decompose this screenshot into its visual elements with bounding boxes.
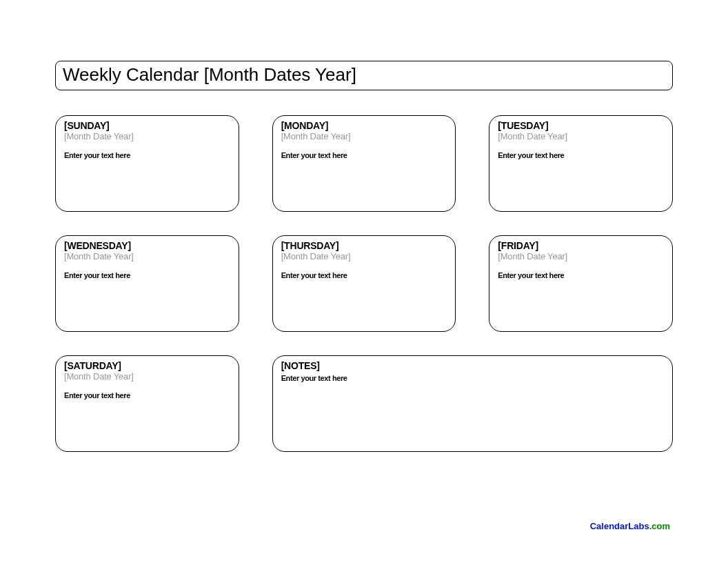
day-text[interactable]: Enter your text here bbox=[64, 151, 230, 159]
page-title-bar: Weekly Calendar [Month Dates Year] bbox=[55, 61, 673, 90]
day-card-wednesday[interactable]: [WEDNESDAY] [Month Date Year] Enter your… bbox=[55, 235, 239, 332]
page-title: Weekly Calendar [Month Dates Year] bbox=[63, 64, 356, 85]
footer-credit[interactable]: CalendarLabs.com bbox=[590, 521, 670, 531]
day-card-sunday[interactable]: [SUNDAY] [Month Date Year] Enter your te… bbox=[55, 115, 239, 212]
day-date: [Month Date Year] bbox=[281, 131, 447, 141]
day-text[interactable]: Enter your text here bbox=[64, 271, 230, 279]
day-date: [Month Date Year] bbox=[498, 131, 664, 141]
day-name: [MONDAY] bbox=[281, 120, 447, 131]
day-card-monday[interactable]: [MONDAY] [Month Date Year] Enter your te… bbox=[272, 115, 456, 212]
day-date: [Month Date Year] bbox=[64, 131, 230, 141]
day-text[interactable]: Enter your text here bbox=[498, 151, 664, 159]
day-card-thursday[interactable]: [THURSDAY] [Month Date Year] Enter your … bbox=[272, 235, 456, 332]
day-text[interactable]: Enter your text here bbox=[498, 271, 664, 279]
day-date: [Month Date Year] bbox=[281, 251, 447, 261]
calendar-grid: [SUNDAY] [Month Date Year] Enter your te… bbox=[55, 115, 673, 452]
day-name: [SATURDAY] bbox=[64, 360, 230, 371]
day-name: [THURSDAY] bbox=[281, 240, 447, 251]
day-text[interactable]: Enter your text here bbox=[281, 151, 447, 159]
footer-brand: CalendarLabs bbox=[590, 521, 649, 531]
notes-title: [NOTES] bbox=[281, 360, 664, 371]
day-text[interactable]: Enter your text here bbox=[64, 391, 230, 399]
day-date: [Month Date Year] bbox=[64, 371, 230, 382]
footer-suffix: .com bbox=[649, 521, 670, 531]
notes-text[interactable]: Enter your text here bbox=[281, 374, 664, 382]
day-card-saturday[interactable]: [SATURDAY] [Month Date Year] Enter your … bbox=[55, 355, 239, 452]
day-name: [TUESDAY] bbox=[498, 120, 664, 131]
notes-card[interactable]: [NOTES] Enter your text here bbox=[272, 355, 673, 452]
day-name: [FRIDAY] bbox=[498, 240, 664, 251]
day-name: [SUNDAY] bbox=[64, 120, 230, 131]
day-date: [Month Date Year] bbox=[498, 251, 664, 261]
day-card-tuesday[interactable]: [TUESDAY] [Month Date Year] Enter your t… bbox=[489, 115, 673, 212]
day-name: [WEDNESDAY] bbox=[64, 240, 230, 251]
day-card-friday[interactable]: [FRIDAY] [Month Date Year] Enter your te… bbox=[489, 235, 673, 332]
day-text[interactable]: Enter your text here bbox=[281, 271, 447, 279]
day-date: [Month Date Year] bbox=[64, 251, 230, 261]
